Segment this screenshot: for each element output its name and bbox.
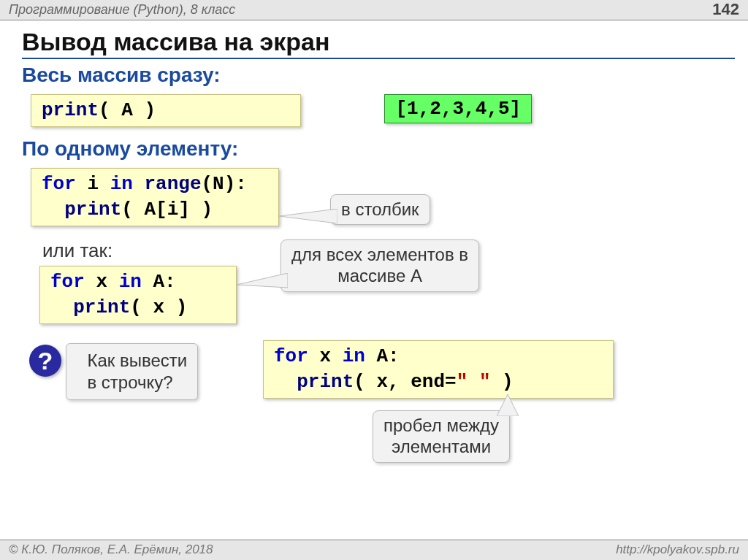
callout-column-text: в столбик: [341, 199, 419, 219]
page-title: Вывод массива на экран: [22, 28, 735, 59]
callout-for-all: для всех элементов в массиве A: [280, 239, 479, 292]
svg-marker-1: [237, 273, 288, 288]
output-array: [1,2,3,4,5]: [384, 94, 532, 123]
callout-tail-icon: [497, 394, 519, 416]
footer-right: http://kpolyakov.spb.ru: [616, 542, 739, 557]
callout-tail-icon: [237, 273, 288, 291]
callout-tail-icon: [279, 209, 337, 223]
section1-heading: Весь массив сразу:: [22, 64, 735, 87]
callout-space-text: пробел между элементами: [383, 415, 499, 456]
footer-bar: © К.Ю. Поляков, Е.А. Ерёмин, 2018 http:/…: [0, 540, 748, 560]
code-print-end: for x in A: print( x, end=" " ): [263, 340, 614, 399]
svg-marker-0: [279, 209, 337, 223]
page-number: 142: [712, 0, 739, 19]
svg-marker-2: [497, 394, 519, 416]
callout-column: в столбик: [330, 194, 430, 225]
question-mark-icon: ?: [29, 345, 61, 377]
header-bar: Программирование (Python), 8 класс 142: [0, 0, 748, 20]
callout-space: пробел между элементами: [373, 410, 510, 463]
question-text: Как вывести в строчку?: [87, 350, 187, 392]
code-for-range: for i in range(N): print( A[i] ): [31, 168, 279, 226]
code-print-a: print( A ): [31, 94, 301, 127]
footer-left: © К.Ю. Поляков, Е.А. Ерёмин, 2018: [9, 542, 213, 556]
slide-content: Вывод массива на экран Весь массив сразу…: [0, 22, 748, 450]
code-for-x: for x in A: print( x ): [39, 266, 237, 324]
callout-for-all-text: для всех элементов в массиве A: [291, 245, 468, 285]
section2-heading: По одному элементу:: [22, 137, 735, 161]
course-label: Программирование (Python), 8 класс: [9, 2, 235, 17]
or-text: или так:: [42, 239, 112, 262]
question-box: Как вывести в строчку?: [66, 343, 198, 400]
